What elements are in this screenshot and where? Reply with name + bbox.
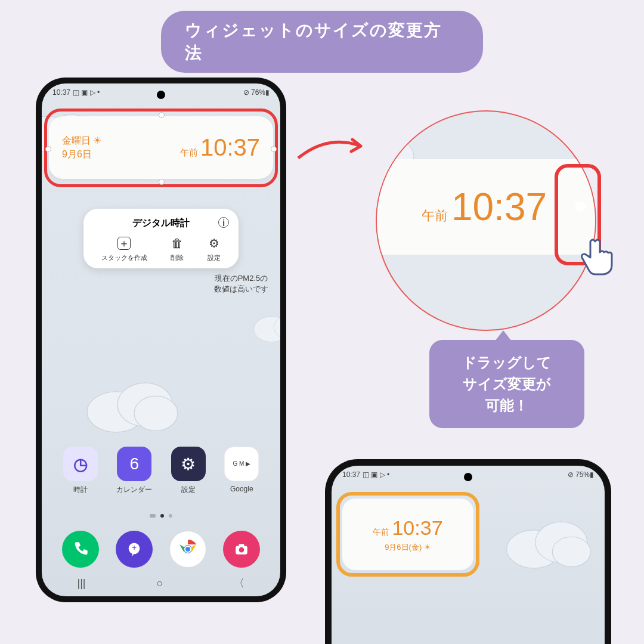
phone-left-screen: 10:37 ◫ ▣ ▷ • ⊘ 76%▮ 金曜日 ☀ 9月6日 午前 10:37 [42,83,280,596]
status-icons-left: ◫ ▣ ▷ • [363,470,389,479]
app-label: Google [230,485,253,493]
page-title: ウィジェットのサイズの変更方法 [161,11,483,73]
app-clock[interactable]: ◷ 時計 [63,447,98,495]
chrome-icon[interactable] [169,531,206,568]
highlight-box-orange [336,492,479,577]
phone-icon[interactable] [62,531,99,568]
gear-icon: ⚙ [171,447,206,481]
resize-handle-left[interactable] [45,146,51,152]
action-label: 設定 [208,253,221,262]
svg-point-6 [134,396,178,431]
resize-handle-bottom[interactable] [159,179,165,185]
cloud-icon [503,507,599,573]
home-indicator-icon [150,514,156,518]
camera-icon[interactable] [223,531,260,568]
status-icons-left: ◫ ▣ ▷ • [73,88,100,97]
gear-icon: ⚙ [208,237,221,250]
svg-point-19 [552,537,590,566]
google-icon: G M ▶ [224,447,259,481]
page-indicator[interactable] [150,514,172,518]
phone-right-screen: 10:37 ◫ ▣ ▷ • ⊘ 75%▮ 午前 10:37 9月6日(金) ☀ … [332,466,605,644]
popup-title: デジタル時計 [132,218,190,228]
dot-icon [169,514,172,518]
status-icons-right: ⊘ 76%▮ [243,88,270,97]
arrow-icon [295,131,373,167]
action-settings[interactable]: ⚙ 設定 [208,237,221,262]
highlight-box-red [44,109,278,187]
resize-handle-top[interactable] [159,112,165,118]
app-label: 時計 [73,485,88,495]
status-icons-right: ⊘ 75%▮ [568,470,594,479]
action-create-stack[interactable]: ＋ スタックを作成 [101,237,147,262]
app-calendar[interactable]: 6 カレンダー [116,447,152,495]
app-label: カレンダー [116,485,152,495]
dot-icon [160,514,164,518]
nav-bar: ||| ○ 〈 [42,576,280,590]
phone-left: 10:37 ◫ ▣ ▷ • ⊘ 76%▮ 金曜日 ☀ 9月6日 午前 10:37 [36,78,286,602]
svg-rect-15 [239,544,244,546]
pm25-text: 現在のPM2.5の 数値は高いです [214,273,268,295]
action-label: 削除 [171,253,184,262]
resize-handle-right[interactable] [271,146,277,152]
cloud-icon [250,298,280,352]
phone-right: 10:37 ◫ ▣ ▷ • ⊘ 75%▮ 午前 10:37 9月6日(金) ☀ … [325,459,611,644]
widget-ampm: 午前 [422,207,448,225]
chat-icon[interactable]: + [116,531,153,568]
app-google[interactable]: G M ▶ Google [224,447,259,495]
svg-text:+: + [132,543,137,552]
info-icon[interactable]: i [218,217,229,228]
dock: + [54,531,268,568]
cloud-icon [83,370,185,435]
trash-icon: 🗑 [171,237,184,250]
app-row: ◷ 時計 6 カレンダー ⚙ 設定 G M ▶ Google [54,447,268,495]
calendar-icon: 6 [117,447,151,481]
tooltip-bubble: ドラッグして サイズ変更が 可能！ [429,340,584,428]
nav-home-icon[interactable]: ○ [157,577,163,590]
camera-hole [464,473,472,481]
nav-recents-icon[interactable]: ||| [78,577,86,590]
hand-pointer-icon [578,236,620,277]
app-settings[interactable]: ⚙ 設定 [171,447,206,495]
clock-icon: ◷ [63,447,98,481]
plus-icon: ＋ [117,237,131,250]
camera-hole [157,91,165,99]
action-label: スタックを作成 [101,253,147,262]
svg-point-14 [239,547,244,553]
app-label: 設定 [181,485,196,495]
widget-time: 10:37 [451,185,547,229]
widget-context-menu: デジタル時計 i ＋ スタックを作成 🗑 削除 ⚙ 設定 [83,209,239,268]
action-delete[interactable]: 🗑 削除 [171,237,184,262]
status-time: 10:37 [52,88,70,97]
status-time: 10:37 [342,470,360,479]
nav-back-icon[interactable]: 〈 [234,576,244,590]
